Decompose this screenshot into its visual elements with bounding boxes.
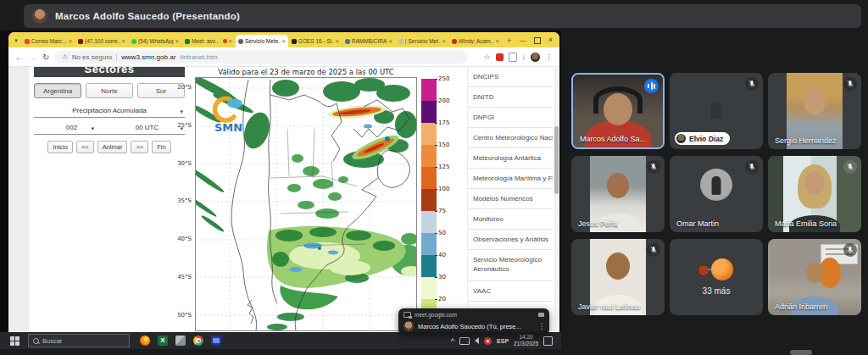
menu-item-vaac[interactable]: VAAC — [468, 281, 553, 302]
tab-servicio-meteorologico[interactable]: Servicio Mete... × — [236, 35, 288, 47]
inicio-button[interactable]: Inicio — [47, 141, 73, 153]
participant-tile-omar[interactable]: Omar Martin — [670, 156, 763, 232]
animar-button[interactable]: Animar — [97, 141, 128, 153]
pip-participant-row: Marcos Adolfo Saucedo (Tú, prese... ⋮ — [398, 319, 549, 331]
back-icon[interactable]: ← — [15, 53, 24, 62]
pip-participant-name: Marcos Adolfo Saucedo (Tú, prese... — [418, 323, 534, 330]
mic-off-icon — [843, 243, 857, 257]
extension-icon[interactable] — [509, 53, 517, 62]
pip-menu-icon[interactable]: ⋮ — [538, 323, 545, 330]
close-icon[interactable]: × — [69, 38, 72, 44]
close-icon[interactable]: × — [175, 38, 179, 44]
photos-app-icon[interactable] — [211, 336, 221, 346]
menu-item-observaciones[interactable]: Observaciones y Análisis — [468, 230, 553, 250]
tab-meet[interactable]: Meet: avv... × — [182, 35, 235, 47]
mic-off-icon — [647, 243, 660, 257]
close-icon[interactable]: × — [442, 38, 446, 44]
tab-windy[interactable]: Windy: Acam... × — [449, 35, 502, 47]
participant-tile-maria[interactable]: Maria Emilia Soria — [768, 156, 861, 232]
region-button-norte[interactable]: Norte — [86, 83, 133, 98]
browser-menu-icon[interactable]: ⋮ — [545, 53, 553, 61]
lat-label: 30°S — [173, 160, 192, 167]
notification-dot-icon — [223, 39, 227, 43]
firefox-icon[interactable] — [140, 336, 150, 346]
step-select[interactable]: 002 ▾ — [34, 123, 109, 135]
profile-avatar[interactable] — [531, 53, 540, 62]
system-tray: ^ ESP 14:20 21/3/2025 — [450, 334, 561, 347]
app-icon[interactable] — [175, 336, 186, 346]
tab-correo[interactable]: Correo Marc... × — [22, 35, 75, 47]
close-icon[interactable]: × — [229, 38, 232, 44]
bookmark-star-icon[interactable]: ☆ — [483, 53, 490, 61]
step-back-button[interactable]: << — [76, 141, 94, 153]
meet-controlbar-peek — [790, 350, 812, 355]
close-icon[interactable]: × — [496, 38, 499, 44]
new-tab-button[interactable]: + — [504, 36, 515, 46]
language-indicator[interactable]: ESP — [497, 338, 509, 344]
taskbar-search-input[interactable]: Buscar — [28, 334, 130, 347]
animation-controls: Inicio << Animar >> Fin — [34, 141, 185, 153]
menu-item-antartica[interactable]: Meteorología Antártica — [468, 148, 553, 169]
close-icon[interactable]: × — [122, 38, 125, 44]
menu-item-aeronautico[interactable]: Servicio Meteorológico Aeronáutico — [468, 250, 553, 281]
tray-app-icon[interactable] — [484, 337, 492, 345]
close-window-icon[interactable]: × — [548, 36, 553, 44]
lat-label: 45°S — [173, 274, 192, 280]
close-icon[interactable]: × — [336, 38, 339, 44]
participant-tile-adrian[interactable]: Adrián Iribarren — [768, 239, 861, 315]
chrome-icon[interactable] — [193, 336, 203, 346]
start-button[interactable] — [10, 336, 19, 346]
lat-label: 35°S — [173, 197, 192, 204]
close-icon[interactable]: × — [282, 38, 286, 44]
tab-search-icon[interactable]: ▾ — [12, 36, 20, 45]
participant-tile-jesus[interactable]: Jesus Peña — [571, 156, 665, 232]
fin-button[interactable]: Fin — [152, 141, 170, 153]
download-icon[interactable]: ↓ — [522, 53, 526, 61]
pip-avatar — [403, 321, 414, 331]
menu-item-dnitd[interactable]: DNITD — [468, 87, 553, 108]
back-to-tab-icon[interactable] — [403, 312, 411, 318]
participant-tile-javier[interactable]: Javier raul Lefinau — [571, 239, 665, 315]
participant-tile-elvio[interactable]: Elvio Diaz — [670, 73, 763, 149]
smn-section-menu: DNCIPS DNITD DNPGI Centro Meteorológico … — [467, 67, 553, 332]
url-field[interactable]: ⚠ No es seguro www3.smn.gob.ar/intranet.… — [54, 51, 468, 64]
menu-item-dnpgi[interactable]: DNPGI — [468, 108, 553, 128]
maximize-icon[interactable] — [534, 37, 541, 44]
scrollbar-thumb[interactable] — [554, 126, 559, 194]
chevron-down-icon: ▾ — [91, 124, 94, 134]
page-scrollbar[interactable] — [554, 67, 559, 332]
tab-goes16[interactable]: GOES 16 - Si... × — [289, 35, 342, 47]
extension-icon[interactable] — [496, 53, 504, 61]
browser-tab-strip: ▾ Correo Marc... × (47.100 corre... × (5… — [8, 32, 559, 47]
menu-item-monitoreo[interactable]: Monitoreo — [468, 209, 553, 230]
minimize-icon[interactable]: — — [520, 37, 526, 44]
tab-correo2[interactable]: (47.100 corre... × — [75, 35, 128, 47]
reload-icon[interactable]: ↻ — [42, 53, 49, 62]
forward-icon[interactable]: → — [29, 53, 37, 62]
menu-item-centro-meteorologico[interactable]: Centro Meteorológico Nacional — [468, 128, 553, 148]
menu-item-maritima[interactable]: Meteorología Marítima y Fluvial — [468, 169, 553, 189]
more-participants-tile[interactable]: 33 más — [670, 239, 763, 315]
network-icon[interactable] — [459, 337, 470, 345]
excel-icon[interactable]: X — [158, 336, 168, 346]
step-forward-button[interactable]: >> — [131, 141, 148, 153]
windy-icon — [452, 39, 457, 44]
menu-item-modelos[interactable]: Modelos Numéricos — [468, 189, 553, 209]
map-title: Válido para el 23 de marzo de 2025 a las… — [195, 68, 417, 76]
close-icon[interactable]: × — [389, 38, 392, 44]
speaker-icon[interactable] — [475, 337, 479, 344]
product-select[interactable]: Precipitación Acumulada ▾ — [34, 106, 185, 118]
participant-tile-sergio[interactable]: Sergio Hernandez — [768, 73, 861, 149]
region-button-argentina[interactable]: Argentina — [34, 83, 81, 98]
tab-rammb[interactable]: RAMMB/CIRA... × — [342, 35, 395, 47]
notification-center-icon[interactable] — [543, 336, 553, 346]
tray-expand-icon[interactable]: ^ — [450, 337, 454, 345]
menu-item-dncips[interactable]: DNCIPS — [468, 67, 553, 87]
clock[interactable]: 14:20 21/3/2025 — [514, 334, 538, 347]
globe-icon — [345, 39, 350, 44]
sectores-header: Sectores — [34, 67, 185, 77]
tab-whatsapp[interactable]: (54) WhatsApp × — [129, 35, 181, 47]
tab-servicio2[interactable]: | Servicio Met... × — [396, 35, 448, 47]
meet-pip-overlay[interactable]: meet.google.com Marcos Adolfo Saucedo (T… — [398, 308, 549, 335]
participant-tile-marcos[interactable]: Marcos Adolfo Sa... — [571, 73, 665, 149]
